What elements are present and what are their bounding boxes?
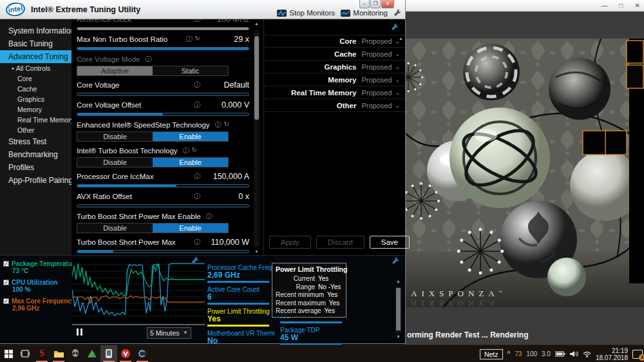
- proposed-status: Proposed: [361, 50, 395, 58]
- graph-wrench-icon[interactable]: [191, 256, 199, 264]
- info-icon[interactable]: ⓘ: [183, 146, 189, 155]
- keyboard-layout-button[interactable]: Netz: [480, 349, 503, 359]
- slider[interactable]: [77, 27, 249, 30]
- graph-hscrollbar[interactable]: [72, 324, 205, 325]
- sidebar-item-advanced-tuning[interactable]: Advanced Tuning: [0, 50, 71, 63]
- maximize-button[interactable]: ❐: [370, 0, 381, 8]
- sidebar-item-stress-test[interactable]: Stress Test: [0, 135, 71, 148]
- wifi-icon[interactable]: [583, 351, 591, 357]
- s-app-icon[interactable]: S: [33, 345, 50, 362]
- toggle-adaptive[interactable]: Adaptive: [77, 66, 153, 75]
- reset-icon[interactable]: ↻: [192, 146, 197, 155]
- render-minimize-button[interactable]: —: [601, 1, 608, 10]
- toggle-static[interactable]: Static: [153, 66, 228, 75]
- monitor-wrench-icon[interactable]: [392, 257, 399, 265]
- sidebar-item-benchmarking[interactable]: Benchmarking: [0, 148, 71, 161]
- minimize-button[interactable]: –: [359, 0, 370, 8]
- monitor-scroll-up-icon[interactable]: ▲: [395, 279, 401, 283]
- chevron-down-icon[interactable]: ⌄: [395, 51, 400, 57]
- sidebar-item-cache[interactable]: Cache: [0, 84, 71, 94]
- info-icon[interactable]: ⓘ: [214, 120, 221, 129]
- info-icon[interactable]: ⓘ: [194, 81, 200, 90]
- toggle-enable[interactable]: Enable: [153, 132, 228, 141]
- settings-wrench-icon[interactable]: [393, 9, 401, 17]
- monitoring-icon: [341, 10, 350, 17]
- info-icon[interactable]: ⓘ: [194, 238, 200, 247]
- sidebar-item-profiles[interactable]: Profiles: [0, 161, 71, 174]
- scroll-up-icon[interactable]: ▲: [254, 21, 260, 26]
- scroll-down-icon[interactable]: ▼: [254, 249, 260, 254]
- chevron-down-icon[interactable]: ⌄: [395, 90, 400, 96]
- slider[interactable]: [77, 93, 249, 96]
- task-view-button[interactable]: [17, 345, 33, 362]
- slider[interactable]: [77, 113, 249, 116]
- render-maximize-button[interactable]: □: [620, 1, 623, 10]
- monitoring-menu-button[interactable]: Monitoring: [341, 9, 388, 17]
- monitor-scrollbar[interactable]: [395, 287, 401, 333]
- save-button[interactable]: Save: [370, 236, 410, 249]
- file-explorer-icon[interactable]: [50, 345, 67, 362]
- apply-button[interactable]: Apply: [269, 236, 311, 249]
- interval-dropdown[interactable]: 5 Minutes▼: [147, 327, 191, 339]
- speaker-icon[interactable]: [570, 350, 578, 357]
- slider[interactable]: [77, 204, 249, 207]
- tray-chevron-icon[interactable]: ^: [507, 350, 511, 357]
- sidebar-item-other[interactable]: Other: [0, 125, 71, 135]
- notification-center-icon[interactable]: 3: [632, 350, 643, 359]
- slider[interactable]: [77, 47, 249, 50]
- legend-checkbox[interactable]: ✓: [3, 280, 9, 285]
- sidebar-item-all-controls[interactable]: •All Controls: [0, 63, 71, 73]
- close-button[interactable]: ✕: [381, 0, 394, 8]
- monitor-scroll-down-icon[interactable]: ▼: [395, 334, 401, 339]
- info-icon[interactable]: ⓘ: [206, 212, 213, 221]
- alienware-icon[interactable]: [67, 345, 84, 362]
- legend-checkbox[interactable]: ✓: [3, 261, 9, 267]
- control-label: Reference Clock: [77, 19, 131, 23]
- info-icon[interactable]: ⓘ: [194, 100, 200, 110]
- tray-temp-value[interactable]: 73: [515, 350, 522, 357]
- monitor-graph: [72, 258, 205, 322]
- battery-icon[interactable]: [555, 351, 565, 357]
- info-icon[interactable]: ⓘ: [145, 55, 151, 64]
- sidebar-item-real-time-memory[interactable]: Real Time Memory: [0, 115, 71, 125]
- sidebar-item-memory[interactable]: Memory: [0, 104, 71, 115]
- sidebar-item-app-profile-pairing[interactable]: App-Profile Pairing: [0, 174, 71, 187]
- discard-button[interactable]: Discard: [316, 236, 365, 249]
- info-icon[interactable]: ⓘ: [194, 192, 200, 201]
- slider[interactable]: [77, 250, 249, 253]
- toggle-enable[interactable]: Enable: [153, 224, 228, 233]
- start-button[interactable]: [0, 345, 17, 362]
- sidebar-item-basic-tuning[interactable]: Basic Tuning: [0, 37, 71, 50]
- toggle-disable[interactable]: Disable: [77, 132, 153, 141]
- pause-button[interactable]: [77, 329, 83, 336]
- proposed-scroll-up-icon[interactable]: ▲: [398, 36, 404, 41]
- cinema4d-icon[interactable]: [134, 345, 151, 362]
- controls-scrollbar[interactable]: [254, 30, 260, 247]
- toggle-disable[interactable]: Disable: [77, 158, 153, 167]
- sidebar-item-system-information[interactable]: System Information: [0, 24, 71, 37]
- info-icon[interactable]: ⓘ: [194, 172, 200, 181]
- stop-monitors-button[interactable]: Stop Monitors: [277, 9, 335, 17]
- toggle-enable[interactable]: Enable: [153, 158, 228, 167]
- render-close-button[interactable]: ✕: [635, 1, 640, 10]
- vivaldi-icon[interactable]: [117, 345, 134, 362]
- info-icon[interactable]: ⓘ: [186, 35, 193, 44]
- tray-value-30[interactable]: 3.0: [542, 350, 551, 357]
- chevron-down-icon[interactable]: ⌄: [395, 77, 400, 83]
- legend-checkbox[interactable]: ✓: [3, 298, 9, 304]
- sidebar-item-core[interactable]: Core: [0, 73, 71, 84]
- legend-value: 73 °C: [12, 267, 71, 274]
- xtu-taskbar-icon[interactable]: [100, 345, 117, 362]
- panel-wrench-icon[interactable]: [391, 23, 399, 31]
- prism-app-icon[interactable]: [84, 345, 100, 362]
- toggle-disable[interactable]: Disable: [77, 224, 153, 233]
- chevron-down-icon[interactable]: ⌄: [395, 64, 400, 70]
- clock[interactable]: 21:19 18.07.2018: [596, 347, 628, 361]
- sidebar-item-graphics[interactable]: Graphics: [0, 94, 71, 104]
- slider[interactable]: [77, 184, 249, 187]
- tray-value-100[interactable]: 100: [526, 350, 537, 357]
- reset-icon[interactable]: ↻: [195, 35, 200, 44]
- info-icon[interactable]: ⓘ: [194, 19, 200, 24]
- chevron-down-icon[interactable]: ⌄: [395, 102, 400, 109]
- reset-icon[interactable]: ↻: [223, 120, 229, 129]
